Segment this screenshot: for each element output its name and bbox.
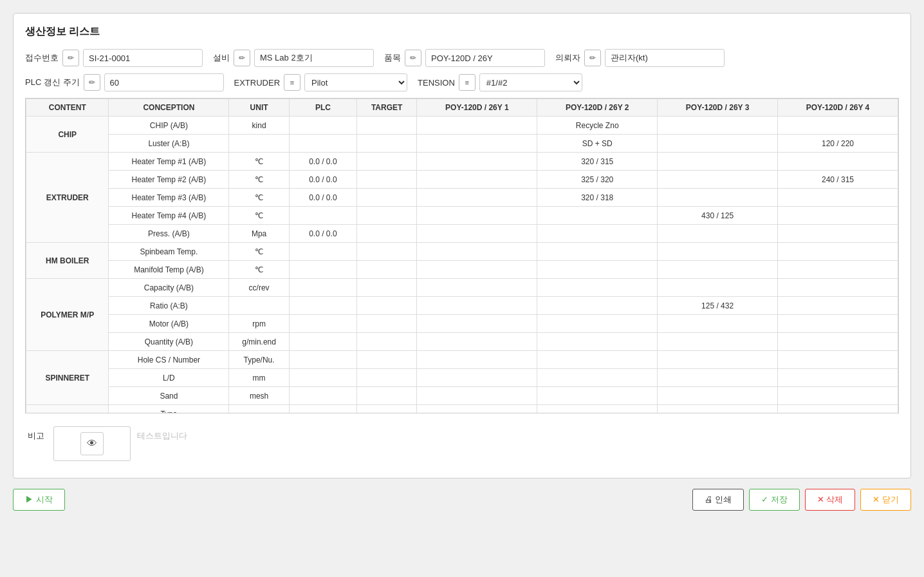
cell-unit: ℃ [229,189,289,207]
cell-target [356,333,416,351]
cell-col2 [537,405,658,414]
table-row: Quantity (A/B)g/min.end [26,333,898,351]
cell-col4: 120 / 220 [778,135,898,153]
cell-col2 [537,297,658,315]
cell-target [356,261,416,279]
save-button[interactable]: ✓ 저장 [749,489,800,511]
cell-col4 [778,369,898,387]
cell-conception: Manifold Temp (A/B) [109,261,229,279]
cell-col3: 430 / 125 [658,207,778,225]
extruder-menu-btn[interactable]: ≡ [284,74,300,91]
cell-target [356,369,416,387]
table-row: HM BOILERSpinbeam Temp.℃ [26,243,898,261]
equipment-input[interactable] [254,49,374,67]
cell-col1 [417,171,537,189]
menu-icon: ≡ [290,79,294,86]
start-button[interactable]: ▶ 시작 [13,489,65,511]
cell-col4 [778,297,898,315]
pencil-icon-2: ✏ [239,53,245,62]
equipment-group: 설비 ✏ [213,49,374,67]
extruder-select[interactable]: Pilot [304,73,407,91]
table-row: POLYMER M/PCapacity (A/B)cc/rev [26,279,898,297]
plc-input[interactable] [104,73,224,91]
cell-col4 [778,117,898,135]
cell-col3 [658,351,778,369]
product-group: 품목 ✏ [384,49,545,67]
cell-plc [289,243,356,261]
cell-col1 [417,315,537,333]
cell-target [356,405,416,414]
cell-col1 [417,153,537,171]
cell-col2: SD + SD [537,135,658,153]
cell-col3 [658,135,778,153]
cell-conception: Luster (A:B) [109,135,229,153]
table-row: QUENCHINGType [26,405,898,414]
tension-select[interactable]: #1/#2 [479,73,582,91]
equipment-edit-btn[interactable]: ✏ [234,50,250,66]
footer-left: ▶ 시작 [13,489,65,511]
cell-content: QUENCHING [26,405,109,414]
cell-plc: 0.0 / 0.0 [289,153,356,171]
product-input[interactable] [425,49,545,67]
cell-content: HM BOILER [26,243,109,279]
cell-unit: Mpa [229,225,289,243]
cell-unit: g/min.end [229,333,289,351]
cell-content: SPINNERET [26,351,109,405]
cell-col3 [658,189,778,207]
cell-col2: Recycle Zno [537,117,658,135]
remark-label: 비고 [28,426,47,442]
cell-content: POLYMER M/P [26,279,109,351]
cell-target [356,297,416,315]
cell-plc [289,207,356,225]
table-row: Heater Temp #4 (A/B)℃430 / 125 [26,207,898,225]
col-unit: UNIT [229,99,289,117]
footer-right: 🖨 인쇄 ✓ 저장 ✕ 삭제 ✕ 닫기 [692,489,912,511]
cell-conception: Spinbeam Temp. [109,243,229,261]
cell-plc [289,387,356,405]
table-row: L/Dmm [26,369,898,387]
reception-label: 접수번호 [25,52,59,64]
cell-col1 [417,297,537,315]
cell-unit: ℃ [229,261,289,279]
table-row: Ratio (A:B)125 / 432 [26,297,898,315]
reception-edit-btn[interactable]: ✏ [62,50,79,66]
cell-unit: ℃ [229,153,289,171]
cell-col2 [537,333,658,351]
table-row: Heater Temp #3 (A/B)℃0.0 / 0.0320 / 318 [26,189,898,207]
plc-edit-btn[interactable]: ✏ [84,74,100,91]
footer-bar: ▶ 시작 🖨 인쇄 ✓ 저장 ✕ 삭제 ✕ 닫기 [13,489,911,511]
print-button[interactable]: 🖨 인쇄 [692,489,744,511]
remark-row: 비고 👁 테스트입니다 [25,421,899,466]
cell-col1 [417,243,537,261]
cell-plc: 0.0 / 0.0 [289,171,356,189]
cell-unit: Type/Nu. [229,351,289,369]
cell-col4 [778,315,898,333]
reception-group: 접수번호 ✏ [25,49,203,67]
tension-label: TENSION [418,78,455,88]
cell-conception: Sand [109,387,229,405]
menu-icon-2: ≡ [465,79,469,86]
col-poy1: POY-120D / 26Y 1 [417,99,537,117]
reception-input[interactable] [83,49,203,67]
product-edit-btn[interactable]: ✏ [405,50,421,66]
close-button[interactable]: ✕ 닫기 [860,489,911,511]
pencil-icon-5: ✏ [89,78,95,87]
table-row: SPINNERETHole CS / NumberType/Nu. [26,351,898,369]
equipment-label: 설비 [213,52,230,64]
tension-menu-btn[interactable]: ≡ [459,74,476,91]
owner-edit-btn[interactable]: ✏ [584,50,601,66]
delete-button[interactable]: ✕ 삭제 [805,489,856,511]
cell-plc: 0.0 / 0.0 [289,189,356,207]
table-row: EXTRUDERHeater Temp #1 (A/B)℃0.0 / 0.032… [26,153,898,171]
cell-target [356,135,416,153]
cell-target [356,207,416,225]
cell-col4 [778,279,898,297]
cell-col3 [658,117,778,135]
cell-col2 [537,225,658,243]
owner-input[interactable] [605,49,725,67]
cell-col1 [417,279,537,297]
pencil-icon: ✏ [68,53,74,62]
eye-button[interactable]: 👁 [80,432,104,455]
cell-content: EXTRUDER [26,153,109,243]
cell-col4: 240 / 315 [778,171,898,189]
